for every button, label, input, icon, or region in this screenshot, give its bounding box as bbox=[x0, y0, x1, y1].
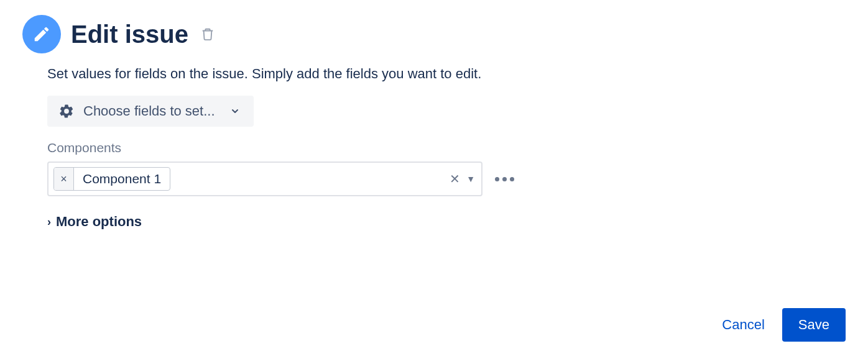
save-button[interactable]: Save bbox=[782, 308, 846, 342]
more-options-toggle[interactable]: › More options bbox=[47, 214, 846, 230]
choose-fields-dropdown[interactable]: Choose fields to set... bbox=[47, 96, 254, 127]
dialog-footer: Cancel Save bbox=[722, 308, 846, 342]
pencil-icon bbox=[22, 15, 61, 53]
clear-icon[interactable]: ✕ bbox=[450, 173, 460, 185]
more-actions-icon[interactable] bbox=[492, 175, 517, 184]
dialog-header: Edit issue bbox=[22, 15, 846, 53]
select-controls: ✕ ▼ bbox=[450, 173, 475, 185]
page-title: Edit issue bbox=[71, 20, 188, 48]
choose-fields-label: Choose fields to set... bbox=[83, 103, 215, 119]
tag-label: Component 1 bbox=[74, 171, 170, 186]
components-label: Components bbox=[47, 140, 846, 155]
more-options-label: More options bbox=[56, 214, 142, 230]
chevron-down-icon bbox=[230, 106, 240, 116]
cancel-button[interactable]: Cancel bbox=[722, 317, 764, 333]
components-selected: × Component 1 bbox=[53, 167, 170, 191]
tag-remove-icon[interactable]: × bbox=[54, 168, 74, 190]
component-tag: × Component 1 bbox=[53, 167, 170, 191]
dialog-description: Set values for fields on the issue. Simp… bbox=[47, 66, 846, 82]
dialog-content: Set values for fields on the issue. Simp… bbox=[47, 66, 846, 230]
trash-icon[interactable] bbox=[201, 27, 215, 41]
caret-down-icon[interactable]: ▼ bbox=[466, 174, 475, 184]
chevron-right-icon: › bbox=[47, 216, 51, 229]
gear-icon bbox=[58, 103, 75, 119]
components-select[interactable]: × Component 1 ✕ ▼ bbox=[47, 162, 482, 196]
components-field-row: × Component 1 ✕ ▼ bbox=[47, 162, 846, 196]
